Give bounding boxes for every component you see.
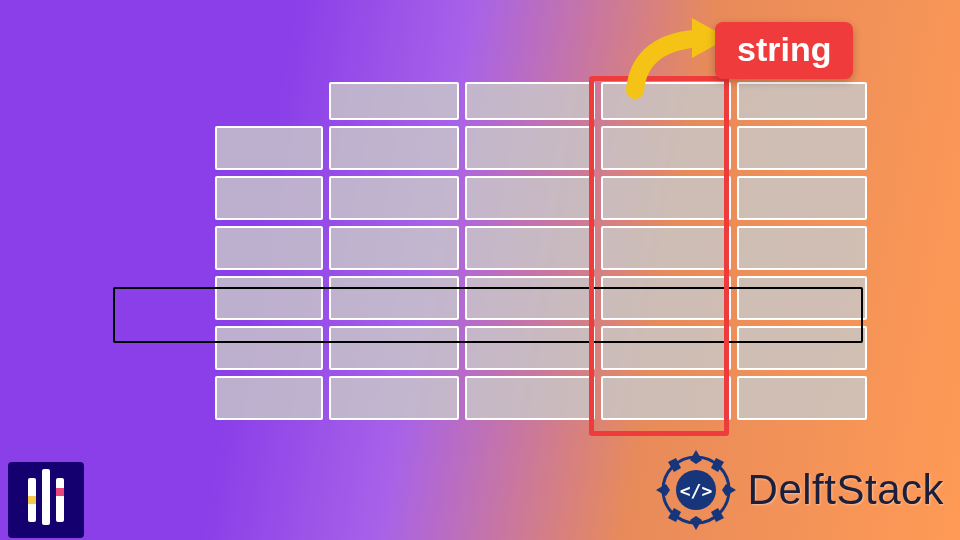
data-row [215,376,867,420]
data-cell [329,126,459,170]
index-cell [215,326,323,370]
index-cell [215,276,323,320]
header-cell [601,82,731,120]
data-cell [329,226,459,270]
pandas-icon [8,462,84,538]
index-cell [215,376,323,420]
header-cell [329,82,459,120]
data-cell [737,326,867,370]
delftstack-badge-icon: </> [654,448,738,532]
header-row [215,82,867,120]
data-cell [465,326,595,370]
data-row [215,226,867,270]
data-cell [601,226,731,270]
data-row [215,176,867,220]
brand-name: DelftStack [748,466,944,514]
index-cell [215,226,323,270]
data-cell [601,376,731,420]
data-row [215,276,867,320]
data-cell [601,326,731,370]
data-cell [465,176,595,220]
data-cell [329,276,459,320]
data-row [215,326,867,370]
data-cell [737,176,867,220]
data-cell [737,376,867,420]
data-cell [329,376,459,420]
data-cell [465,376,595,420]
data-cell [465,276,595,320]
header-cell [737,82,867,120]
column-type-text: string [737,30,831,68]
data-row [215,126,867,170]
header-index-blank [215,82,323,120]
data-cell [601,176,731,220]
svg-text:</>: </> [679,480,712,501]
data-cell [737,276,867,320]
data-cell [601,126,731,170]
data-cell [601,276,731,320]
data-cell [329,326,459,370]
header-cell [465,82,595,120]
data-cell [329,176,459,220]
data-cell [465,226,595,270]
data-cell [465,126,595,170]
brand-area: </> DelftStack [654,448,944,532]
index-cell [215,126,323,170]
dataframe-grid [215,82,867,420]
data-cell [737,226,867,270]
data-cell [737,126,867,170]
index-cell [215,176,323,220]
column-type-label: string [715,22,853,79]
